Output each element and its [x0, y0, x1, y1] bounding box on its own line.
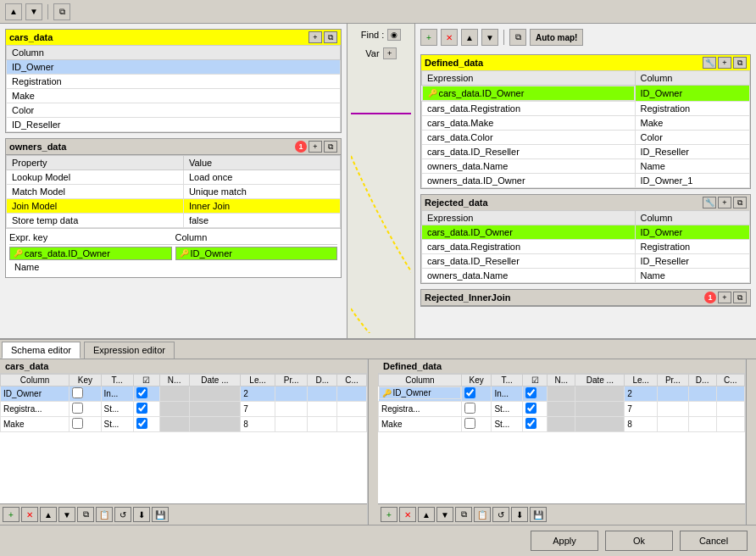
def-sch-len: Le...: [625, 375, 658, 386]
sch-def-prec2: [658, 402, 688, 417]
def-sch-import[interactable]: ⬇: [511, 507, 528, 522]
table-row[interactable]: cars_data.Registration Registration: [422, 102, 750, 116]
table-row[interactable]: owners_data.Name Name: [422, 159, 750, 174]
rejected-copy-btn[interactable]: ⧉: [733, 197, 747, 208]
owners-join-prop: Join Model: [7, 199, 184, 214]
sch-def-key1: [461, 386, 492, 402]
sch-car-com2: [337, 402, 367, 417]
cars-sch-up[interactable]: ▲: [40, 507, 57, 522]
cars-sch-len: Le...: [241, 375, 275, 386]
var-add-btn[interactable]: +: [383, 47, 397, 59]
apply-button[interactable]: Apply: [531, 531, 598, 551]
table-row[interactable]: cars_data.ID_Reseller ID_Reseller: [422, 254, 750, 269]
move-down-btn[interactable]: ▼: [25, 3, 42, 20]
cars-sch-copy[interactable]: ⧉: [77, 507, 94, 522]
def-sch-up[interactable]: ▲: [418, 507, 435, 522]
rejected-wrench-btn[interactable]: 🔧: [703, 197, 716, 208]
def-sch-add[interactable]: +: [381, 507, 397, 522]
defined-data-box: Defined_data 🔧 + ⧉ Expression Column: [420, 54, 751, 189]
find-btn[interactable]: ◉: [387, 29, 401, 41]
owners-add-btn[interactable]: +: [309, 141, 322, 153]
cars-sch-down[interactable]: ▼: [58, 507, 75, 522]
table-row[interactable]: Color: [7, 103, 341, 118]
table-row[interactable]: Join Model Inner Join: [7, 199, 341, 214]
table-row[interactable]: ID_Reseller: [7, 118, 341, 132]
def-sch-copy[interactable]: ⧉: [455, 507, 472, 522]
rejected-row-col3: ID_Reseller: [635, 254, 749, 269]
right-copy-btn[interactable]: ⧉: [509, 29, 526, 46]
def-sch-save[interactable]: 💾: [530, 507, 547, 522]
right-up-btn[interactable]: ▲: [461, 29, 478, 46]
table-row[interactable]: Make St... 8: [1, 417, 367, 432]
table-row[interactable]: 🔑ID_Owner In... 2: [379, 386, 745, 402]
owners-lookup-prop: Lookup Model: [7, 170, 184, 185]
table-row[interactable]: cars_data.ID_Owner ID_Owner: [422, 225, 750, 240]
def-sch-paste[interactable]: 📋: [474, 507, 491, 522]
rejected-innerjoin-copy-btn[interactable]: ⧉: [733, 292, 747, 303]
cars-sch-type: T...: [101, 375, 133, 386]
defined-copy-btn[interactable]: ⧉: [733, 57, 747, 69]
table-row[interactable]: cars_data.ID_Reseller ID_Reseller: [422, 145, 750, 159]
tab-expression-editor[interactable]: Expression editor: [84, 342, 175, 359]
cars-schema-panel: cars_data Column Key T... ☑ N... Date ..…: [0, 359, 368, 525]
sch-def-dec2: [688, 402, 716, 417]
right-remove-btn[interactable]: ✕: [441, 29, 458, 46]
cars-sch-remove[interactable]: ✕: [21, 507, 38, 522]
move-up-btn[interactable]: ▲: [5, 3, 22, 20]
sch-def-type1: In...: [492, 386, 522, 402]
table-row[interactable]: owners_data.Name Name: [422, 269, 750, 283]
table-row[interactable]: cars_data.Make Make: [422, 116, 750, 131]
table-row[interactable]: Match Model Unique match: [7, 185, 341, 199]
table-row[interactable]: cars_data.Color Color: [422, 131, 750, 145]
sch-def-prec3: [658, 417, 688, 432]
owners-copy-btn[interactable]: ⧉: [324, 141, 337, 153]
ok-button[interactable]: Ok: [605, 531, 673, 551]
cars-sch-save[interactable]: 💾: [152, 507, 169, 522]
defined-data-table: Expression Column 🔑 cars_data.ID_Owner I…: [421, 70, 750, 188]
right-down-btn[interactable]: ▼: [481, 29, 498, 46]
sch-def-key2: [461, 402, 492, 417]
tab-schema-editor[interactable]: Schema editor: [2, 342, 81, 359]
cars-data-table: Column ID_Owner Registration Make: [6, 45, 341, 132]
table-row[interactable]: 🔑 cars_data.ID_Owner ID_Owner: [422, 86, 750, 102]
table-row[interactable]: Make: [7, 89, 341, 103]
table-row[interactable]: ID_Owner: [7, 60, 341, 75]
cancel-button[interactable]: Cancel: [680, 531, 748, 551]
key-icon2: 🔑: [180, 249, 189, 258]
sch-def-null2: [548, 402, 575, 417]
copy-btn[interactable]: ⧉: [53, 3, 70, 20]
defined-schema-scrollbar[interactable]: [746, 359, 756, 525]
cars-sch-import[interactable]: ⬇: [133, 507, 150, 522]
right-add-btn[interactable]: +: [420, 29, 437, 46]
defined-wrench-btn[interactable]: 🔧: [703, 57, 716, 69]
cars-add-btn[interactable]: +: [309, 31, 322, 43]
table-row[interactable]: Registration: [7, 75, 341, 89]
table-row[interactable]: owners_data.ID_Owner ID_Owner_1: [422, 174, 750, 188]
table-row[interactable]: Make St... 8: [379, 417, 745, 432]
cars-sch-add[interactable]: +: [3, 507, 19, 522]
table-row[interactable]: Registra... St... 7: [1, 402, 367, 417]
defined-add-btn[interactable]: +: [718, 57, 731, 69]
automap-btn[interactable]: Auto map!: [530, 29, 583, 46]
expr-key-header: Expr. key: [9, 232, 172, 242]
key-expr-val: 🔑 cars_data.ID_Owner: [9, 247, 172, 260]
cars-sch-paste[interactable]: 📋: [96, 507, 113, 522]
rejected-innerjoin-add-btn[interactable]: +: [718, 292, 731, 303]
schema-scrollbar[interactable]: [368, 359, 378, 525]
sch-car-chk3: [133, 417, 159, 432]
cars-sch-refresh[interactable]: ↺: [114, 507, 131, 522]
table-row[interactable]: cars_data.Registration Registration: [422, 240, 750, 254]
def-sch-remove[interactable]: ✕: [399, 507, 416, 522]
key-col-row[interactable]: 🔑 cars_data.ID_Owner 🔑 ID_Owner: [9, 247, 337, 260]
table-row[interactable]: Registra... St... 7: [379, 402, 745, 417]
table-row[interactable]: Lookup Model Load once: [7, 170, 341, 185]
table-row[interactable]: ID_Owner In... 2: [1, 386, 367, 402]
rejected-add-btn[interactable]: +: [718, 197, 731, 208]
def-sch-date: Date ...: [575, 375, 625, 386]
cars-copy-btn[interactable]: ⧉: [324, 31, 337, 43]
def-sch-key: Key: [461, 375, 492, 386]
defined-schema-title: Defined_data: [378, 359, 745, 374]
def-sch-down[interactable]: ▼: [436, 507, 453, 522]
table-row[interactable]: Store temp data false: [7, 214, 341, 228]
def-sch-refresh[interactable]: ↺: [492, 507, 509, 522]
